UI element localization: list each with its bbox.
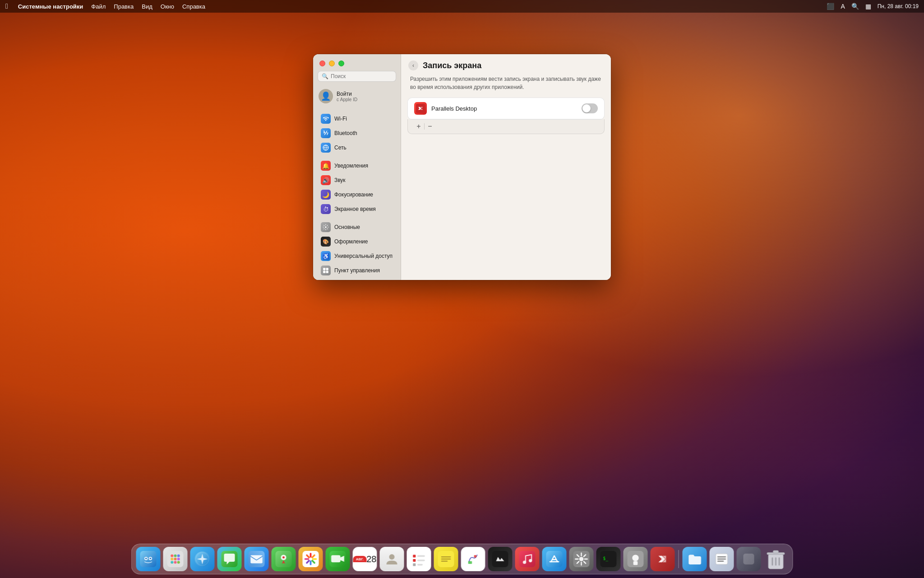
svg-rect-61 [633, 561, 638, 565]
sidebar-item-screentime[interactable]: ⏱ Экранное время [315, 202, 398, 216]
network-icon [321, 143, 331, 153]
remove-app-button[interactable]: − [425, 122, 434, 131]
window-controls [313, 54, 401, 71]
wifi-icon [321, 114, 331, 124]
menubar-datetime: Пн, 28 авг. 00:19 [878, 3, 919, 9]
svg-point-13 [145, 558, 147, 559]
dock-icon-photos[interactable] [299, 547, 323, 571]
menubar-window[interactable]: Окно [161, 3, 174, 10]
menubar-file[interactable]: Файл [91, 3, 106, 10]
svg-point-14 [150, 558, 152, 559]
svg-rect-50 [492, 551, 508, 567]
bluetooth-icon: ⅐ [321, 128, 331, 138]
sidebar-user[interactable]: 👤 Войти с Apple ID [313, 86, 401, 106]
svg-point-32 [282, 556, 285, 559]
sidebar-item-network[interactable]: Сеть [315, 140, 398, 155]
menubar-icon-search[interactable]: 🔍 [851, 3, 859, 10]
sidebar-item-bluetooth[interactable]: ⅐ Bluetooth [315, 126, 398, 140]
svg-rect-72 [773, 550, 778, 553]
svg-rect-51 [519, 551, 536, 567]
sidebar-label-notifications: Уведомления [334, 163, 368, 169]
content-header: ‹ Запись экрана [401, 54, 611, 75]
svg-rect-57 [601, 551, 617, 567]
dock-icon-automator[interactable] [624, 547, 648, 571]
svg-rect-43 [417, 564, 423, 566]
dock-icon-music[interactable] [515, 547, 540, 571]
menubar-view[interactable]: Вид [142, 3, 152, 10]
dock-icon-mail[interactable] [245, 547, 269, 571]
back-button[interactable]: ‹ [408, 61, 418, 70]
dock-icon-calendar[interactable]: АВГ. 28 [353, 547, 377, 571]
svg-rect-40 [413, 564, 416, 566]
app-list-controls: + − [407, 119, 605, 134]
add-app-button[interactable]: + [414, 122, 423, 131]
svg-rect-10 [140, 551, 157, 567]
search-box[interactable]: 🔍 [318, 71, 396, 82]
svg-point-16 [171, 555, 173, 557]
dock-icon-parallels[interactable] [651, 547, 675, 571]
menubar-icon-text[interactable]: A [841, 3, 845, 10]
sidebar-item-appearance[interactable]: 🎨 Оформление [315, 234, 398, 249]
dock-icon-reminders[interactable] [407, 547, 431, 571]
dock-icon-notes[interactable] [434, 547, 458, 571]
dock-icon-maps[interactable] [272, 547, 296, 571]
menubar-icon-screen[interactable]: ⬛ [827, 3, 834, 10]
content-description: Разрешить этим приложениям вести запись … [401, 75, 611, 98]
menubar-help[interactable]: Справка [182, 3, 205, 10]
search-input[interactable] [331, 73, 392, 79]
svg-point-17 [174, 555, 177, 557]
svg-rect-63 [717, 556, 726, 557]
dock-icon-finder[interactable] [136, 547, 161, 571]
dock-icon-launchpad[interactable] [163, 547, 188, 571]
svg-point-53 [529, 559, 532, 562]
sidebar-label-general: Основные [334, 224, 360, 230]
dock-icon-facetime[interactable] [326, 547, 350, 571]
dock-icon-freeform[interactable] [461, 547, 485, 571]
menubar-icon-control[interactable]: ▦ [865, 3, 871, 10]
dock-icon-safari[interactable] [190, 547, 215, 571]
svg-text:$_: $_ [603, 556, 609, 561]
svg-point-24 [177, 561, 180, 564]
dock-icon-files[interactable] [683, 547, 707, 571]
control-icon [321, 266, 331, 275]
window-minimize-button[interactable] [329, 61, 335, 66]
apple-menu[interactable]:  [5, 2, 8, 10]
focus-icon: 🌙 [321, 190, 331, 200]
accessibility-icon: ♿ [321, 251, 331, 261]
sidebar-label-bluetooth: Bluetooth [334, 130, 357, 136]
svg-point-21 [177, 558, 180, 560]
dock-icon-terminal[interactable]: $_ [596, 547, 621, 571]
sidebar-item-sound[interactable]: 🔊 Звук [315, 173, 398, 187]
general-icon [321, 222, 331, 232]
sidebar-item-wifi[interactable]: Wi-Fi [315, 112, 398, 126]
menubar-edit[interactable]: Правка [114, 3, 134, 10]
sidebar-item-notifications[interactable]: 🔔 Уведомления [315, 158, 398, 173]
sidebar-label-wifi: Wi-Fi [334, 116, 347, 122]
parallels-toggle[interactable] [582, 103, 598, 113]
dock-icon-unknown[interactable] [737, 547, 761, 571]
dock-icon-trash[interactable] [764, 547, 788, 571]
sidebar-item-focus[interactable]: 🌙 Фокусирование [315, 187, 398, 202]
sidebar-item-siri[interactable]: 🎙 Siri и Spotlight [315, 278, 398, 280]
dock-icon-finder-list[interactable] [710, 547, 734, 571]
dock-icon-messages[interactable] [217, 547, 242, 571]
svg-point-19 [171, 558, 173, 560]
dock-icon-appletv[interactable] [488, 547, 513, 571]
sidebar-item-accessibility[interactable]: ♿ Универсальный доступ [315, 249, 398, 263]
window-maximize-button[interactable] [338, 61, 344, 66]
sidebar-item-control[interactable]: Пункт управления [315, 263, 398, 278]
svg-rect-29 [250, 555, 262, 564]
user-subtitle: с Apple ID [337, 97, 357, 102]
svg-rect-38 [413, 555, 416, 557]
search-icon: 🔍 [322, 73, 328, 79]
menubar-app-name[interactable]: Системные настройки [18, 3, 83, 10]
sidebar-item-general[interactable]: Основные [315, 220, 398, 234]
dock-icon-contacts[interactable] [380, 547, 404, 571]
dock-icon-sysprefs[interactable] [569, 547, 594, 571]
main-content: ‹ Запись экрана Разрешить этим приложени… [401, 54, 611, 280]
window-close-button[interactable] [319, 61, 325, 66]
svg-rect-47 [441, 561, 448, 562]
svg-point-52 [523, 561, 526, 564]
menubar-right: ⬛ A 🔍 ▦ Пн, 28 авг. 00:19 [827, 3, 919, 10]
dock-icon-appstore[interactable] [542, 547, 567, 571]
